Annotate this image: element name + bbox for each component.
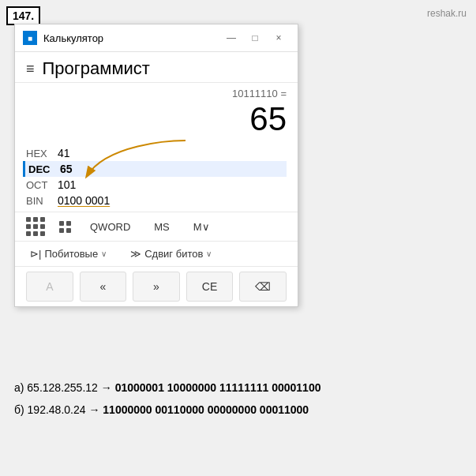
title-bar: ■ Калькулятор — □ × bbox=[15, 24, 298, 52]
shift-label: Сдвиг битов bbox=[144, 248, 203, 260]
bottom-content: а) 65.128.255.12 → 01000001 10000000 111… bbox=[14, 379, 462, 423]
backspace-button[interactable]: ⌫ bbox=[239, 272, 287, 302]
memory-view-button[interactable]: M∨ bbox=[189, 219, 215, 235]
a-button[interactable]: A bbox=[26, 272, 73, 302]
numpad-partial-icon[interactable] bbox=[59, 221, 71, 233]
dot bbox=[66, 228, 71, 233]
dot bbox=[40, 231, 45, 236]
dot bbox=[26, 217, 31, 222]
answer-a-line: а) 65.128.255.12 → 01000001 10000000 111… bbox=[14, 379, 462, 398]
dot bbox=[33, 217, 38, 222]
display-result: 65 bbox=[26, 101, 287, 137]
right-shift-button[interactable]: » bbox=[133, 272, 180, 302]
chevron-down-icon: ∨ bbox=[101, 249, 107, 258]
numpad-panel: QWORD MS M∨ bbox=[15, 212, 298, 242]
dot bbox=[59, 228, 64, 233]
minimize-button[interactable]: — bbox=[220, 29, 242, 47]
shift-button[interactable]: ≫ Сдвиг битов ∨ bbox=[126, 245, 216, 262]
ce-button[interactable]: CE bbox=[186, 272, 234, 302]
mode-title: Программист bbox=[43, 58, 150, 79]
hex-value: 41 bbox=[58, 147, 70, 159]
calc-buttons-row: A « » CE ⌫ bbox=[15, 267, 298, 306]
answer-a-label: а) 65.128.255.12 → bbox=[14, 381, 112, 394]
title-bar-left: ■ Калькулятор bbox=[23, 31, 103, 45]
qword-button[interactable]: QWORD bbox=[85, 219, 135, 235]
problem-number: 147. bbox=[6, 6, 40, 25]
bitwise-row: ⊳| Побитовые ∨ ≫ Сдвиг битов ∨ bbox=[15, 242, 298, 267]
dot bbox=[40, 224, 45, 229]
answer-b-label: б) 192.48.0.24 → bbox=[14, 403, 99, 416]
dot bbox=[33, 224, 38, 229]
bitwise-label: Побитовые bbox=[44, 248, 98, 260]
left-shift-button[interactable]: « bbox=[80, 272, 127, 302]
dot bbox=[26, 224, 31, 229]
watermark: reshak.ru bbox=[427, 8, 467, 19]
display-area: 10111110 = 65 bbox=[15, 83, 298, 142]
bin-row[interactable]: BIN 0100 0001 bbox=[26, 193, 287, 208]
memory-store-button[interactable]: MS bbox=[149, 219, 174, 235]
dec-value: 65 bbox=[60, 163, 73, 175]
oct-value: 101 bbox=[58, 178, 76, 191]
chevron-down-icon: ∨ bbox=[206, 249, 212, 258]
display-formula: 10111110 = bbox=[26, 88, 287, 99]
bases-panel: HEX 41 DEC 65 OCT 101 BIN 0100 0001 bbox=[15, 142, 298, 212]
hamburger-menu-icon[interactable]: ≡ bbox=[26, 61, 35, 77]
bin-value: 0100 0001 bbox=[58, 194, 110, 207]
bin-label: BIN bbox=[26, 195, 58, 207]
hex-label: HEX bbox=[26, 148, 58, 159]
dot bbox=[26, 231, 31, 236]
calculator-icon: ■ bbox=[23, 31, 37, 45]
oct-row[interactable]: OCT 101 bbox=[26, 177, 287, 193]
calc-header: ≡ Программист bbox=[15, 52, 298, 83]
dot bbox=[33, 231, 38, 236]
shift-icon: ≫ bbox=[130, 248, 141, 260]
close-button[interactable]: × bbox=[268, 29, 290, 47]
calculator-window: ■ Калькулятор — □ × ≡ Программист 101111… bbox=[14, 24, 298, 307]
answer-b-line: б) 192.48.0.24 → 11000000 00110000 00000… bbox=[14, 401, 462, 420]
oct-label: OCT bbox=[26, 179, 58, 191]
dot bbox=[40, 217, 45, 222]
window-title: Калькулятор bbox=[43, 32, 103, 44]
answer-b-value: 11000000 00110000 00000000 00011000 bbox=[103, 403, 309, 416]
dot bbox=[59, 221, 64, 226]
bitwise-button[interactable]: ⊳| Побитовые ∨ bbox=[26, 245, 111, 262]
numpad-full-icon[interactable] bbox=[26, 217, 45, 236]
bitwise-icon: ⊳| bbox=[30, 248, 41, 260]
title-controls: — □ × bbox=[220, 29, 290, 47]
dot bbox=[66, 221, 71, 226]
maximize-button[interactable]: □ bbox=[244, 29, 266, 47]
answer-a-value: 01000001 10000000 11111111 00001100 bbox=[115, 381, 321, 394]
dec-row[interactable]: DEC 65 bbox=[23, 161, 287, 177]
hex-row[interactable]: HEX 41 bbox=[26, 145, 287, 161]
dec-label: DEC bbox=[28, 163, 60, 175]
